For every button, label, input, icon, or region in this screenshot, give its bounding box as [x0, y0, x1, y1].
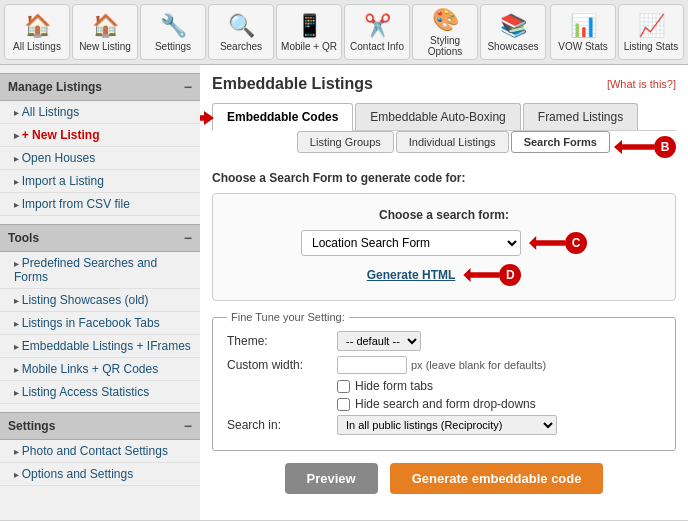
- choose-form-label: Choose a search form:: [379, 208, 509, 222]
- hide-form-tabs-row: Hide form tabs: [337, 379, 661, 393]
- main-area: Manage Listings − All Listings + New Lis…: [0, 65, 688, 520]
- sidebar-item-import-csv[interactable]: Import from CSV file: [0, 193, 200, 216]
- vow-stats-icon: 📊: [570, 13, 597, 39]
- toolbar-label-styling-options: Styling Options: [415, 35, 475, 57]
- choose-prompt: Choose a Search Form to generate code fo…: [212, 171, 676, 185]
- showcases-icon: 📚: [500, 13, 527, 39]
- toolbar-btn-searches[interactable]: 🔍 Searches: [208, 4, 274, 60]
- sidebar-item-predefined-searches[interactable]: Predefined Searches and Forms: [0, 252, 200, 289]
- manage-listings-collapse[interactable]: −: [184, 79, 192, 95]
- tools-title: Tools: [8, 231, 39, 245]
- toolbar-label-listing-stats: Listing Stats: [624, 41, 678, 52]
- search-in-row: Search in: In all public listings (Recip…: [227, 415, 661, 435]
- preview-button[interactable]: Preview: [285, 463, 378, 494]
- all-listings-icon: 🏠: [24, 13, 51, 39]
- tab-listing-groups[interactable]: Listing Groups: [297, 131, 394, 153]
- theme-row: Theme: -- default -- Light Dark: [227, 331, 661, 351]
- fine-tune-legend: Fine Tune your Setting:: [227, 311, 349, 323]
- mobile-qr-icon: 📱: [296, 13, 323, 39]
- content-area: Embeddable Listings [What is this?] A Em…: [200, 65, 688, 520]
- new-listing-icon: 🏠: [92, 13, 119, 39]
- tab-individual-listings[interactable]: Individual Listings: [396, 131, 509, 153]
- sidebar-item-listing-showcases-old[interactable]: Listing Showcases (old): [0, 289, 200, 312]
- sidebar-item-embeddable-listings[interactable]: Embeddable Listings + IFrames: [0, 335, 200, 358]
- sidebar-item-photo-contact-settings[interactable]: Photo and Contact Settings: [0, 440, 200, 463]
- toolbar-label-all-listings: All Listings: [13, 41, 61, 52]
- toolbar-label-new-listing: New Listing: [79, 41, 131, 52]
- choose-form-box: Choose a search form: Location Search Fo…: [212, 193, 676, 301]
- what-is-this-link[interactable]: [What is this?]: [607, 78, 676, 90]
- tabs-row-1: Embeddable Codes Embeddable Auto-Boxing …: [212, 103, 676, 131]
- sidebar-section-tools: Tools − Predefined Searches and Forms Li…: [0, 224, 200, 404]
- hide-search-checkbox[interactable]: [337, 398, 350, 411]
- sidebar-item-listings-fb-tabs[interactable]: Listings in Facebook Tabs: [0, 312, 200, 335]
- custom-width-row: Custom width: px (leave blank for defaul…: [227, 356, 661, 374]
- searches-icon: 🔍: [228, 13, 255, 39]
- annotation-c: C: [565, 232, 587, 254]
- contact-info-icon: ✂️: [364, 13, 391, 39]
- sidebar-item-new-listing[interactable]: + New Listing: [0, 124, 200, 147]
- generate-html-link[interactable]: Generate HTML: [367, 268, 456, 282]
- sidebar-item-listing-access-stats[interactable]: Listing Access Statistics: [0, 381, 200, 404]
- toolbar-label-showcases: Showcases: [487, 41, 538, 52]
- toolbar-btn-showcases[interactable]: 📚 Showcases: [480, 4, 546, 60]
- styling-options-icon: 🎨: [432, 7, 459, 33]
- settings-header: Settings −: [0, 412, 200, 440]
- theme-select[interactable]: -- default -- Light Dark: [337, 331, 421, 351]
- tab-embeddable-codes[interactable]: Embeddable Codes: [212, 103, 353, 131]
- fine-tune-section: Fine Tune your Setting: Theme: -- defaul…: [212, 311, 676, 451]
- generate-embeddable-button[interactable]: Generate embeddable code: [390, 463, 604, 494]
- settings-title: Settings: [8, 419, 55, 433]
- search-form-select[interactable]: Location Search Form Basic Search Form A…: [301, 230, 521, 256]
- tools-collapse[interactable]: −: [184, 230, 192, 246]
- custom-width-suffix: px (leave blank for defaults): [411, 359, 546, 371]
- toolbar-label-searches: Searches: [220, 41, 262, 52]
- toolbar-btn-settings[interactable]: 🔧 Settings: [140, 4, 206, 60]
- tools-header: Tools −: [0, 224, 200, 252]
- listing-stats-icon: 📈: [638, 13, 665, 39]
- tab-framed-listings[interactable]: Framed Listings: [523, 103, 638, 130]
- toolbar-label-mobile-qr: Mobile + QR: [281, 41, 337, 52]
- manage-listings-header: Manage Listings −: [0, 73, 200, 101]
- search-in-select[interactable]: In all public listings (Reciprocity) In …: [337, 415, 557, 435]
- annotation-b: B: [654, 136, 676, 158]
- bottom-buttons: Preview Generate embeddable code: [212, 463, 676, 494]
- sidebar-item-import-listing[interactable]: Import a Listing: [0, 170, 200, 193]
- toolbar-btn-all-listings[interactable]: 🏠 All Listings: [4, 4, 70, 60]
- custom-width-input[interactable]: [337, 356, 407, 374]
- sidebar-item-all-listings[interactable]: All Listings: [0, 101, 200, 124]
- sidebar-item-options-settings[interactable]: Options and Settings: [0, 463, 200, 486]
- hide-search-row: Hide search and form drop-downs: [337, 397, 661, 411]
- theme-label: Theme:: [227, 334, 337, 348]
- toolbar-label-contact-info: Contact Info: [350, 41, 404, 52]
- sidebar-section-manage-listings: Manage Listings − All Listings + New Lis…: [0, 73, 200, 216]
- sidebar-item-mobile-qr-codes[interactable]: Mobile Links + QR Codes: [0, 358, 200, 381]
- search-in-label: Search in:: [227, 418, 337, 432]
- toolbar-btn-listing-stats[interactable]: 📈 Listing Stats: [618, 4, 684, 60]
- toolbar-btn-new-listing[interactable]: 🏠 New Listing: [72, 4, 138, 60]
- toolbar-btn-contact-info[interactable]: ✂️ Contact Info: [344, 4, 410, 60]
- annotation-d: D: [499, 264, 521, 286]
- hide-form-tabs-checkbox[interactable]: [337, 380, 350, 393]
- manage-listings-title: Manage Listings: [8, 80, 102, 94]
- toolbar-label-vow-stats: VOW Stats: [558, 41, 607, 52]
- tab-embeddable-auto-boxing[interactable]: Embeddable Auto-Boxing: [355, 103, 520, 130]
- content-header: Embeddable Listings [What is this?]: [212, 75, 676, 93]
- toolbar-label-settings: Settings: [155, 41, 191, 52]
- sidebar: Manage Listings − All Listings + New Lis…: [0, 65, 200, 520]
- tab-search-forms[interactable]: Search Forms: [511, 131, 610, 153]
- custom-width-label: Custom width:: [227, 358, 337, 372]
- settings-collapse[interactable]: −: [184, 418, 192, 434]
- sidebar-item-open-houses[interactable]: Open Houses: [0, 147, 200, 170]
- page-title: Embeddable Listings: [212, 75, 373, 93]
- hide-form-tabs-label: Hide form tabs: [355, 379, 433, 393]
- tabs-row-2: Listing Groups Individual Listings Searc…: [212, 131, 610, 153]
- sidebar-section-settings: Settings − Photo and Contact Settings Op…: [0, 412, 200, 486]
- hide-search-label: Hide search and form drop-downs: [355, 397, 536, 411]
- toolbar-btn-mobile-qr[interactable]: 📱 Mobile + QR: [276, 4, 342, 60]
- toolbar-btn-styling-options[interactable]: 🎨 Styling Options: [412, 4, 478, 60]
- settings-icon: 🔧: [160, 13, 187, 39]
- toolbar-btn-vow-stats[interactable]: 📊 VOW Stats: [550, 4, 616, 60]
- toolbar: 🏠 All Listings 🏠 New Listing 🔧 Settings …: [0, 0, 688, 65]
